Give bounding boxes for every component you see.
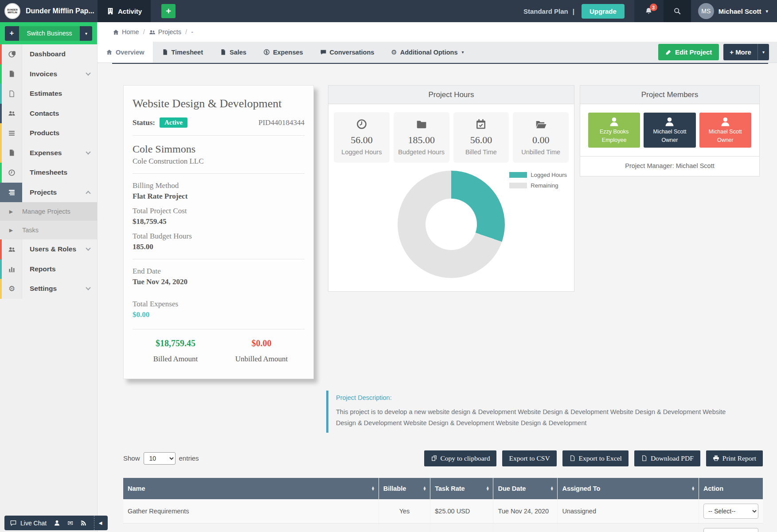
copy-to-clipboard-button[interactable]: Copy to clipboard	[424, 450, 497, 466]
sort-icon[interactable]: ▲▼	[486, 486, 489, 491]
stat-billed-time: 56.00 Billed Time	[453, 112, 509, 163]
tab-overview[interactable]: Overview	[98, 42, 153, 63]
end-date-value: Tue Nov 24, 2020	[133, 278, 305, 286]
member-card-michael-scott-2[interactable]: Michael Scott Owner	[699, 113, 751, 148]
button-label: Export to Excel	[579, 454, 622, 462]
status-badge: Active	[160, 117, 187, 128]
tab-conversations[interactable]: Conversations	[312, 42, 383, 63]
assign-select[interactable]: -- Select--	[703, 504, 758, 519]
sidebar-item-projects[interactable]: Projects	[0, 183, 97, 203]
project-manager-line: Project Manager: Michael Scott	[580, 156, 759, 176]
switch-business-caret[interactable]: ▾	[80, 26, 92, 41]
unbilled-amount-label: Unbilled Amount	[219, 355, 305, 364]
column-header-billable[interactable]: Billable▲▼	[379, 478, 430, 499]
page-size-select[interactable]: 10	[144, 452, 176, 465]
rss-icon[interactable]	[80, 520, 87, 526]
sort-icon[interactable]: ▲▼	[371, 486, 375, 491]
sidebar-item-contacts[interactable]: Contacts	[0, 104, 97, 124]
switch-business-label: Switch Business	[19, 26, 80, 41]
clock-icon	[2, 163, 22, 183]
live-chat-button[interactable]: Live Chat	[10, 520, 47, 527]
sort-icon[interactable]: ▲▼	[550, 486, 554, 491]
project-description-block: Project Description: This project is to …	[326, 391, 768, 433]
notifications-button[interactable]: 3	[634, 0, 664, 22]
sidebar-subitem-manage-projects[interactable]: ▶ Manage Projects	[0, 202, 97, 221]
user-menu[interactable]: MS Michael Scott ▾	[691, 0, 777, 22]
tab-expenses[interactable]: Expenses	[255, 42, 312, 63]
breadcrumb-home-label: Home	[122, 28, 139, 35]
sidebar-item-expenses[interactable]: Expenses	[0, 143, 97, 163]
sidebar-item-users-roles[interactable]: Users & Roles	[0, 239, 97, 259]
breadcrumb: Home / Projects / -	[98, 22, 777, 42]
plan-name: Standard Plan	[523, 8, 568, 15]
home-icon	[106, 49, 113, 55]
more-caret[interactable]: ▾	[757, 44, 769, 60]
status-label: Status:	[133, 118, 155, 127]
caret-right-icon: ▶	[0, 227, 22, 233]
mail-icon[interactable]: ✉	[67, 520, 73, 526]
sort-icon[interactable]: ▲▼	[423, 486, 426, 491]
plan-label: Standard Plan |	[523, 0, 574, 22]
project-hours-panel: Project Hours 56.00 Logged Hours 185.00	[328, 85, 574, 292]
avatar: MS	[698, 3, 714, 19]
unbilled-amount-value: $0.00	[219, 338, 305, 348]
download-pdf-button[interactable]: Download PDF	[634, 450, 700, 466]
add-business-button[interactable]: +	[161, 4, 176, 18]
tab-label: Sales	[230, 49, 246, 56]
table-row: Design Logo Yes $45.00 USD Tue Nov 24, 2…	[123, 523, 763, 532]
export-csv-button[interactable]: Export to CSV	[502, 450, 556, 466]
column-header-due-date[interactable]: Due Date▲▼	[493, 478, 558, 499]
edit-project-button[interactable]: Edit Project	[658, 44, 719, 60]
sort-icon[interactable]: ▲▼	[691, 486, 695, 491]
stat-logged-hours: 56.00 Logged Hours	[334, 112, 390, 163]
switch-business-area: + Switch Business ▾	[0, 22, 97, 44]
column-header-task-rate[interactable]: Task Rate▲▼	[430, 478, 493, 499]
sidebar-item-label: Timesheets	[22, 168, 67, 176]
member-card-ezzy-books[interactable]: Ezzy Books Employee	[588, 113, 640, 148]
subitem-label: Manage Projects	[22, 208, 70, 215]
activity-tab[interactable]: Activity	[98, 0, 151, 22]
sidebar-item-dashboard[interactable]: Dashboard	[0, 44, 97, 64]
project-id: PID440184344	[258, 118, 305, 127]
breadcrumb-current: -	[191, 28, 193, 35]
member-card-michael-scott-1[interactable]: Michael Scott Owner	[644, 113, 695, 148]
sidebar-item-label: Reports	[22, 265, 56, 273]
stat-unbilled-time: 0.00 Unbilled Time	[513, 112, 569, 163]
sidebar-subitem-tasks[interactable]: ▶ Tasks	[0, 221, 97, 239]
export-excel-button[interactable]: Export to Excel	[562, 450, 629, 466]
search-button[interactable]	[664, 0, 691, 22]
breadcrumb-home[interactable]: Home	[113, 28, 139, 35]
support-agent-icon[interactable]	[54, 520, 60, 526]
users-icon	[149, 29, 156, 35]
sidebar-item-settings[interactable]: ⚙ Settings	[0, 279, 97, 299]
sidebar-item-label: Users & Roles	[22, 245, 76, 253]
cell-assigned-to: Unassigned	[558, 523, 699, 532]
legend-item: Logged Hours	[509, 172, 567, 178]
button-label: Export to CSV	[509, 454, 550, 462]
tab-sales[interactable]: Sales	[211, 42, 255, 63]
more-button[interactable]: + More ▾	[723, 44, 769, 60]
sidebar-item-estimates[interactable]: Estimates	[0, 84, 97, 104]
cell-task-rate: $25.00 USD	[430, 499, 493, 524]
sidebar-item-invoices[interactable]: Invoices	[0, 64, 97, 84]
live-chat-bar[interactable]: Live Chat ✉ ◀	[4, 516, 108, 530]
more-label: More	[735, 48, 751, 56]
column-header-name[interactable]: Name▲▼	[123, 478, 379, 499]
breadcrumb-projects[interactable]: Projects	[149, 28, 181, 35]
collapse-chat-button[interactable]: ◀	[94, 516, 107, 530]
switch-business-button[interactable]: + Switch Business ▾	[5, 26, 93, 41]
sidebar-item-products[interactable]: Products	[0, 123, 97, 143]
assign-select[interactable]: -- Select--	[703, 528, 758, 532]
sidebar-item-reports[interactable]: Reports	[0, 259, 97, 279]
cell-due-date: Tue Nov 24, 2020	[493, 523, 558, 532]
brand[interactable]: DUNDER MIFFLIN Dunder Mifflin Pap...	[0, 0, 98, 22]
excel-file-icon	[569, 455, 576, 462]
upgrade-button[interactable]: Upgrade	[582, 4, 625, 19]
column-header-assigned-to[interactable]: Assigned To▲▼	[558, 478, 699, 499]
print-report-button[interactable]: Print Report	[706, 450, 763, 466]
tab-timesheet[interactable]: Timesheet	[153, 42, 211, 63]
tab-additional-options[interactable]: ⚙ Additional Options ▾	[383, 42, 472, 63]
plus-icon[interactable]: +	[5, 26, 19, 41]
divider	[133, 173, 305, 174]
sidebar-item-timesheets[interactable]: Timesheets	[0, 163, 97, 183]
